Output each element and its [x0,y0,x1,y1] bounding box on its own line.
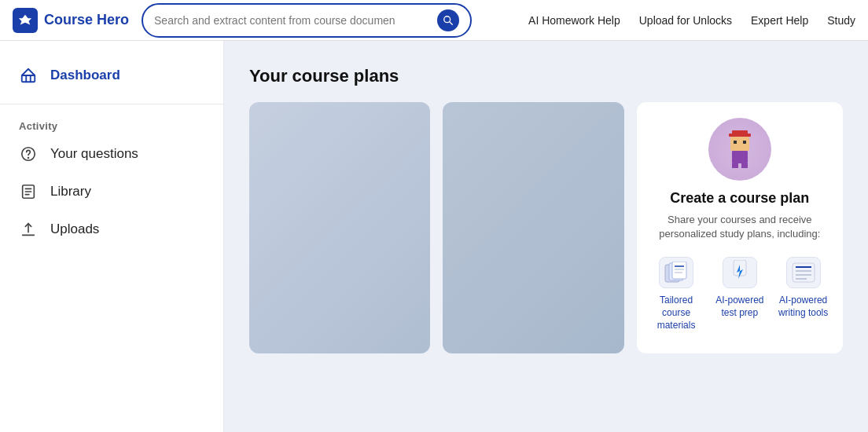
svg-point-5 [28,158,29,159]
nav-expert-help[interactable]: Expert Help [751,14,808,27]
writing-icon [786,257,821,288]
uploads-label: Uploads [50,221,99,237]
main-content: Your course plans [224,41,868,432]
course-card-2[interactable] [443,102,623,353]
svg-rect-19 [741,163,748,168]
nav-study[interactable]: Study [827,14,855,27]
svg-rect-17 [732,151,748,163]
svg-rect-3 [22,75,35,82]
feature-test-prep-label: AI-powered test prep [712,295,767,319]
svg-rect-14 [730,137,749,151]
svg-rect-16 [743,141,746,144]
feature-writing: AI-powered writing tools [776,257,830,331]
search-button[interactable] [437,9,459,31]
svg-rect-15 [734,141,737,144]
feature-writing-label: AI-powered writing tools [776,295,830,319]
course-card-create[interactable]: Create a course plan Share your courses … [637,102,843,353]
upload-icon [19,220,38,239]
activity-section-label: Activity [0,114,223,135]
nav-ai-homework[interactable]: AI Homework Help [528,14,620,27]
documents-icon [659,257,693,288]
sidebar-item-uploads[interactable]: Uploads [0,211,223,248]
sidebar-divider [0,104,223,104]
logo[interactable]: Course Hero [13,8,129,33]
section-title: Your course plans [249,66,843,86]
header: Course Hero AI Homework Help Upload for … [0,0,868,41]
svg-rect-18 [732,163,738,168]
sidebar-item-library[interactable]: Library [0,173,223,211]
svg-rect-13 [729,134,751,137]
search-input[interactable] [154,14,437,27]
layout: Dashboard Activity Your questions [0,41,868,432]
circle-question-icon [19,145,38,163]
feature-tailored-label: Tailored course materials [649,295,704,331]
nav-upload-unlocks[interactable]: Upload for Unlocks [639,14,732,27]
course-card-1[interactable] [249,102,430,353]
sidebar-item-dashboard[interactable]: Dashboard [0,57,223,94]
sidebar-item-questions[interactable]: Your questions [0,135,223,173]
svg-marker-0 [19,14,31,24]
create-card-title: Create a course plan [670,190,809,207]
document-list-icon [19,182,38,201]
questions-label: Your questions [50,146,138,162]
svg-rect-22 [672,262,686,279]
home-icon [19,66,38,85]
search-bar [142,3,472,38]
create-card-illustration [708,118,771,181]
svg-line-2 [450,21,453,24]
logo-icon [13,8,38,33]
logo-text: Course Hero [44,12,129,28]
dashboard-label: Dashboard [50,68,120,83]
nav-links: AI Homework Help Upload for Unlocks Expe… [528,14,855,27]
create-card-desc: Share your courses and receive personali… [649,213,830,241]
feature-tailored: Tailored course materials [649,257,704,331]
create-card-features: Tailored course materials AI-powered tes… [649,257,830,331]
sidebar: Dashboard Activity Your questions [0,41,224,432]
feature-test-prep: AI-powered test prep [712,257,767,331]
cards-row: Create a course plan Share your courses … [249,102,843,353]
lightning-icon [723,257,757,288]
library-label: Library [50,184,91,200]
